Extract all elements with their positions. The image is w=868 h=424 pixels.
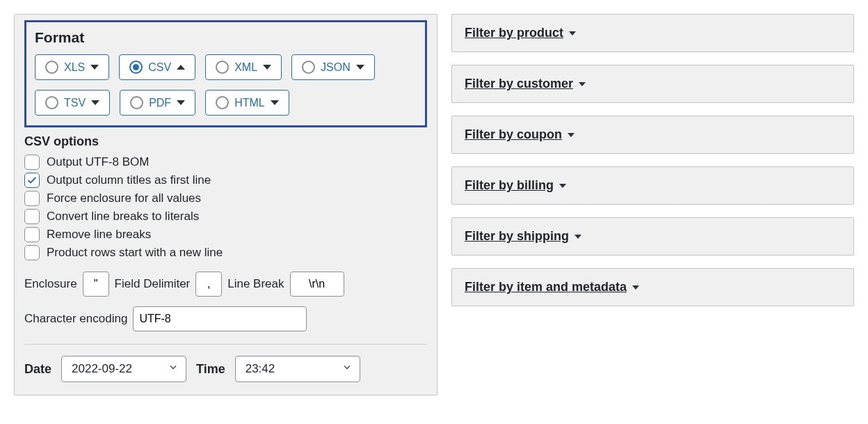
date-value: 2022-09-22 bbox=[72, 362, 132, 375]
radio-icon bbox=[130, 96, 143, 109]
time-label: Time bbox=[196, 362, 225, 377]
divider bbox=[24, 344, 427, 345]
time-select[interactable]: 23:42 bbox=[235, 356, 360, 382]
caret-down-icon bbox=[568, 133, 574, 137]
filter-label: Filter by coupon bbox=[465, 127, 562, 142]
checkbox-label: Output column titles as first line bbox=[47, 173, 211, 187]
format-section: Format XLS CSV XML bbox=[24, 20, 427, 127]
checkbox-product-rows-newline[interactable]: Product rows start with a new line bbox=[24, 244, 427, 262]
enclosure-input[interactable] bbox=[83, 272, 109, 297]
caret-down-icon bbox=[559, 184, 566, 188]
format-option-xml[interactable]: XML bbox=[205, 54, 282, 80]
linebreak-input[interactable] bbox=[290, 272, 344, 297]
caret-down-icon bbox=[271, 100, 279, 105]
filter-billing[interactable]: Filter by billing bbox=[451, 166, 854, 205]
checkbox-column-titles[interactable]: Output column titles as first line bbox=[24, 171, 427, 189]
format-label: PDF bbox=[149, 97, 171, 109]
radio-icon bbox=[45, 61, 58, 74]
format-label: JSON bbox=[321, 61, 351, 74]
checkbox-label: Convert line breaks to literals bbox=[47, 210, 199, 223]
chevron-down-icon bbox=[168, 362, 179, 377]
caret-down-icon bbox=[263, 65, 271, 70]
radio-icon bbox=[129, 61, 143, 74]
format-option-json[interactable]: JSON bbox=[291, 54, 375, 80]
radio-icon bbox=[216, 61, 229, 74]
format-label: XLS bbox=[64, 61, 85, 74]
date-label: Date bbox=[24, 362, 51, 377]
checkbox-force-enclosure[interactable]: Force enclosure for all values bbox=[24, 189, 427, 207]
caret-down-icon bbox=[177, 100, 185, 105]
filter-coupon[interactable]: Filter by coupon bbox=[451, 116, 854, 154]
checkbox-label: Output UTF-8 BOM bbox=[47, 155, 149, 169]
caret-down-icon bbox=[574, 235, 581, 239]
checkbox-convert-breaks[interactable]: Convert line breaks to literals bbox=[24, 207, 427, 226]
caret-down-icon bbox=[632, 285, 639, 290]
chevron-down-icon bbox=[341, 362, 353, 377]
caret-down-icon bbox=[90, 65, 99, 70]
filter-label: Filter by shipping bbox=[465, 229, 569, 244]
filter-label: Filter by customer bbox=[465, 77, 573, 91]
delimiter-label: Field Delimiter bbox=[115, 277, 191, 291]
filter-product[interactable]: Filter by product bbox=[451, 14, 854, 52]
checkbox-icon bbox=[24, 155, 40, 170]
format-label: XML bbox=[234, 61, 257, 74]
filter-customer[interactable]: Filter by customer bbox=[451, 65, 854, 103]
caret-down-icon bbox=[91, 100, 99, 105]
checkbox-utf8-bom[interactable]: Output UTF-8 BOM bbox=[24, 153, 427, 171]
checkbox-icon bbox=[24, 227, 40, 242]
csv-options-title: CSV options bbox=[24, 134, 427, 149]
checkbox-icon bbox=[24, 209, 40, 224]
format-option-xls[interactable]: XLS bbox=[35, 54, 109, 80]
checkbox-remove-breaks[interactable]: Remove line breaks bbox=[24, 226, 427, 244]
filters-panel: Filter by product Filter by customer Fil… bbox=[451, 14, 854, 395]
checkbox-icon bbox=[24, 191, 40, 206]
encoding-input[interactable] bbox=[133, 306, 307, 331]
filter-label: Filter by item and metadata bbox=[465, 280, 627, 295]
format-title: Format bbox=[35, 29, 417, 46]
filter-label: Filter by product bbox=[465, 26, 563, 40]
radio-icon bbox=[302, 61, 315, 74]
filter-shipping[interactable]: Filter by shipping bbox=[451, 217, 854, 256]
export-settings-panel: Format XLS CSV XML bbox=[14, 14, 437, 395]
format-option-csv[interactable]: CSV bbox=[119, 54, 195, 80]
filter-label: Filter by billing bbox=[465, 178, 554, 193]
format-label: CSV bbox=[148, 61, 171, 74]
radio-icon bbox=[45, 96, 58, 109]
filter-item-metadata[interactable]: Filter by item and metadata bbox=[451, 268, 854, 306]
checkbox-icon bbox=[24, 173, 40, 188]
caret-down-icon bbox=[579, 82, 586, 86]
format-label: TSV bbox=[64, 97, 86, 109]
format-label: HTML bbox=[234, 97, 265, 109]
enclosure-label: Enclosure bbox=[24, 277, 77, 291]
time-value: 23:42 bbox=[246, 362, 275, 375]
caret-down-icon bbox=[569, 31, 576, 36]
format-option-html[interactable]: HTML bbox=[205, 90, 289, 116]
format-option-tsv[interactable]: TSV bbox=[35, 90, 110, 116]
caret-up-icon bbox=[177, 65, 185, 70]
linebreak-label: Line Break bbox=[227, 277, 284, 291]
date-select[interactable]: 2022-09-22 bbox=[61, 356, 186, 382]
radio-icon bbox=[216, 96, 229, 109]
checkbox-icon bbox=[24, 245, 40, 260]
caret-down-icon bbox=[356, 65, 364, 70]
delimiter-input[interactable] bbox=[195, 272, 222, 297]
checkbox-label: Force enclosure for all values bbox=[47, 191, 201, 205]
format-option-pdf[interactable]: PDF bbox=[120, 90, 195, 116]
checkbox-label: Product rows start with a new line bbox=[47, 246, 223, 260]
checkbox-label: Remove line breaks bbox=[47, 228, 151, 242]
encoding-label: Character encoding bbox=[24, 312, 127, 326]
